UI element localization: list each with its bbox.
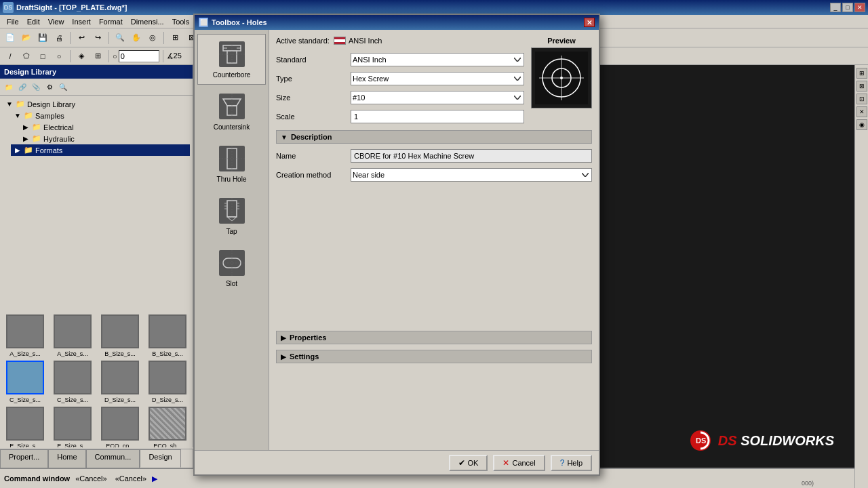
thumb-8[interactable]: D_Size_s... — [145, 361, 190, 404]
ok-icon: ✔ — [458, 458, 465, 468]
menu-file[interactable]: File — [3, 16, 23, 27]
standard-select[interactable]: ANSI Inch ANSI Metric ISO DIN — [351, 53, 524, 66]
scale-input[interactable]: 1 — [351, 110, 524, 123]
hole-type-countersink[interactable]: Countersink — [197, 86, 266, 137]
menu-dimension[interactable]: Dimensi... — [127, 16, 168, 27]
thumb-9[interactable]: E_Size_s... — [3, 407, 47, 447]
app-icon: DS — [3, 2, 14, 13]
active-standard-label: Active standard: — [276, 37, 330, 45]
minimize-button[interactable]: _ — [830, 3, 841, 12]
thumb-10[interactable]: E_Size_s... — [50, 407, 95, 447]
rpanel-btn-1[interactable]: ⊞ — [856, 68, 867, 79]
lib-btn-4[interactable]: ⚙ — [43, 81, 56, 93]
tree-formats[interactable]: ▶ 📁 Formats — [11, 144, 190, 156]
pan-button[interactable]: ✋ — [129, 30, 144, 45]
tool-a[interactable]: ⊞ — [167, 30, 182, 45]
tree-samples[interactable]: ▼ 📁 Samples — [11, 110, 190, 121]
menu-tools[interactable]: Tools — [168, 16, 194, 27]
ansi-flag-icon — [334, 37, 346, 45]
thumb-2[interactable]: A_Size_s... — [50, 314, 95, 358]
name-input[interactable]: CBORE for #10 Hex Machine Screw — [351, 149, 592, 163]
lib-btn-5[interactable]: 🔍 — [57, 81, 69, 93]
print-button[interactable]: 🖨 — [52, 30, 66, 45]
snap-input[interactable] — [119, 50, 159, 62]
open-button[interactable]: 📂 — [19, 30, 34, 45]
ok-button[interactable]: ✔ OK — [449, 455, 488, 471]
rpanel-btn-5[interactable]: ◉ — [856, 119, 867, 130]
thumb-1[interactable]: A_Size_s... — [3, 314, 47, 358]
settings-header[interactable]: ▶ Settings — [276, 350, 592, 363]
hole-type-thru[interactable]: Thru Hole — [197, 138, 266, 189]
thumb-11[interactable]: ECO_co... — [98, 407, 142, 447]
tab-community[interactable]: Commun... — [86, 449, 140, 468]
countersink-label: Countersink — [214, 123, 250, 131]
settings-toggle-icon: ▶ — [281, 353, 286, 361]
rpanel-btn-3[interactable]: ⊡ — [856, 94, 867, 104]
draw-circle[interactable]: ○ — [52, 49, 66, 64]
command-window-title: Command window — [4, 474, 70, 483]
zoom-button[interactable]: 🔍 — [113, 30, 127, 45]
rpanel-btn-2[interactable]: ⊠ — [856, 81, 867, 92]
properties-header[interactable]: ▶ Properties — [276, 331, 592, 344]
folder-icon-3: 📁 — [32, 123, 41, 131]
folder-icon-2: 📁 — [24, 111, 33, 120]
thumbnail-grid: A_Size_s... A_Size_s... B_Size_s... B_Si… — [0, 312, 193, 447]
draw-rect[interactable]: □ — [35, 49, 50, 64]
hole-type-slot[interactable]: Slot — [197, 243, 266, 293]
menu-edit[interactable]: Edit — [23, 16, 44, 27]
preview-label: Preview — [531, 37, 592, 45]
thumb-6[interactable]: C_Size_s... — [50, 361, 95, 404]
close-button[interactable]: ✕ — [854, 3, 865, 12]
snap-grid[interactable]: ⊞ — [90, 49, 105, 64]
thumb-5[interactable]: C_Size_s... — [3, 361, 47, 404]
dialog-footer: ✔ OK ✕ Cancel ? Help — [195, 450, 599, 474]
menu-insert[interactable]: Insert — [68, 16, 95, 27]
new-button[interactable]: 📄 — [3, 30, 18, 45]
rpanel-btn-4[interactable]: ✕ — [856, 106, 867, 117]
snap-button[interactable]: ◎ — [145, 30, 160, 45]
sec-sep-1 — [70, 50, 71, 62]
menu-format[interactable]: Format — [95, 16, 127, 27]
tab-home[interactable]: Home — [48, 449, 85, 468]
expand-icon-4: ▶ — [22, 135, 30, 143]
description-header[interactable]: ▼ Description — [276, 130, 592, 144]
thru-hole-icon — [218, 144, 246, 173]
thumb-4[interactable]: B_Size_s... — [145, 314, 190, 358]
size-select[interactable]: #10 #8 #6 1/4" — [351, 91, 524, 104]
thumb-3[interactable]: B_Size_s... — [98, 314, 142, 358]
cancel-button[interactable]: ✕ Cancel — [493, 455, 545, 471]
undo-button[interactable]: ↩ — [74, 30, 89, 45]
lib-btn-2[interactable]: 🔗 — [16, 81, 28, 93]
draw-poly[interactable]: ⬠ — [19, 49, 34, 64]
save-button[interactable]: 💾 — [35, 30, 50, 45]
dialog-close-button[interactable]: ✕ — [584, 18, 595, 27]
tree-design-library[interactable]: ▼ 📁 Design Library — [3, 98, 190, 110]
size-label: Size — [276, 94, 351, 102]
draw-line[interactable]: / — [3, 49, 18, 64]
description-section: ▼ Description Name CBORE for #10 Hex Mac… — [276, 130, 592, 182]
ok-label: OK — [468, 459, 479, 467]
hole-type-tap[interactable]: Tap — [197, 190, 266, 241]
tree-electrical[interactable]: ▶ 📁 Electrical — [19, 121, 190, 133]
lib-btn-1[interactable]: 📁 — [3, 81, 15, 93]
redo-button[interactable]: ↪ — [90, 30, 105, 45]
hole-type-counterbore[interactable]: Counterbore — [197, 34, 266, 85]
expand-icon-1: ▼ — [5, 100, 14, 108]
dialog-sidebar: Counterbore Countersink — [195, 30, 269, 450]
tab-design[interactable]: Design — [140, 449, 180, 468]
help-button[interactable]: ? Help — [551, 455, 592, 471]
preview-box — [531, 47, 592, 108]
thumb-12[interactable]: ECO_sh... — [145, 407, 190, 447]
thumb-7[interactable]: D_Size_s... — [98, 361, 142, 404]
expand-icon-5: ▶ — [14, 146, 22, 155]
angle-btn[interactable]: ∡25 — [167, 49, 182, 64]
lib-btn-3[interactable]: 📎 — [30, 81, 42, 93]
toolbar-sep-1 — [70, 32, 71, 44]
snap-obj[interactable]: ◈ — [74, 49, 89, 64]
maximize-button[interactable]: □ — [842, 3, 853, 12]
tree-hydraulic[interactable]: ▶ 📁 Hydraulic — [19, 133, 190, 144]
tab-properties[interactable]: Propert... — [0, 449, 48, 468]
creation-method-select[interactable]: Near side Far side Both sides — [351, 168, 592, 182]
type-select[interactable]: Hex Screw Socket Head Cap Screw Flat Hea… — [351, 72, 524, 85]
menu-view[interactable]: View — [44, 16, 68, 27]
